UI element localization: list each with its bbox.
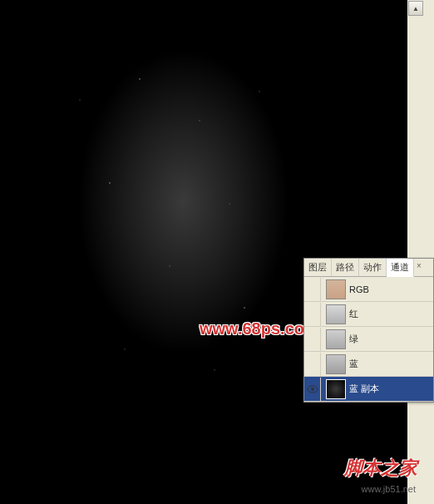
- panel-tab-bar: 图层 路径 动作 通道 ×: [304, 259, 433, 277]
- channel-thumbnail: [326, 354, 346, 374]
- channel-list: RGB 红 绿 蓝 蓝 副本: [304, 277, 433, 402]
- channel-label: 绿: [349, 333, 433, 345]
- channel-green[interactable]: 绿: [304, 327, 433, 352]
- visibility-toggle[interactable]: [304, 303, 321, 326]
- visibility-toggle[interactable]: [304, 353, 321, 376]
- watermark-site-name: 脚本之家: [344, 456, 417, 481]
- document-canvas[interactable]: [0, 0, 407, 504]
- channel-thumbnail: [326, 279, 346, 299]
- channel-label: RGB: [349, 284, 433, 294]
- tab-actions[interactable]: 动作: [359, 259, 387, 276]
- channel-thumbnail: [326, 329, 346, 349]
- scroll-up-button[interactable]: ▲: [408, 1, 423, 16]
- watermark-url: www.68ps.com: [200, 319, 319, 338]
- visibility-toggle[interactable]: [304, 278, 321, 301]
- channel-thumbnail: [326, 379, 346, 399]
- eye-icon: [307, 385, 318, 393]
- channel-label: 红: [349, 308, 433, 320]
- channel-thumbnail: [326, 304, 346, 324]
- svg-point-1: [311, 388, 314, 391]
- channel-label: 蓝: [349, 358, 433, 370]
- tab-paths[interactable]: 路径: [332, 259, 359, 276]
- visibility-toggle[interactable]: [304, 328, 321, 351]
- channel-rgb[interactable]: RGB: [304, 277, 433, 302]
- channels-panel: 图层 路径 动作 通道 × RGB 红 绿 蓝: [303, 258, 434, 403]
- close-icon[interactable]: ×: [414, 259, 424, 276]
- vertical-scrollbar[interactable]: ▲: [407, 0, 434, 504]
- channel-blue[interactable]: 蓝: [304, 352, 433, 377]
- channel-blue-copy[interactable]: 蓝 副本: [304, 377, 433, 402]
- watermark-site-url: www.jb51.net: [362, 484, 416, 494]
- tab-layers[interactable]: 图层: [304, 259, 332, 276]
- visibility-toggle[interactable]: [304, 378, 321, 401]
- channel-red[interactable]: 红: [304, 302, 433, 327]
- channel-label: 蓝 副本: [349, 383, 433, 395]
- tab-channels[interactable]: 通道: [387, 259, 414, 277]
